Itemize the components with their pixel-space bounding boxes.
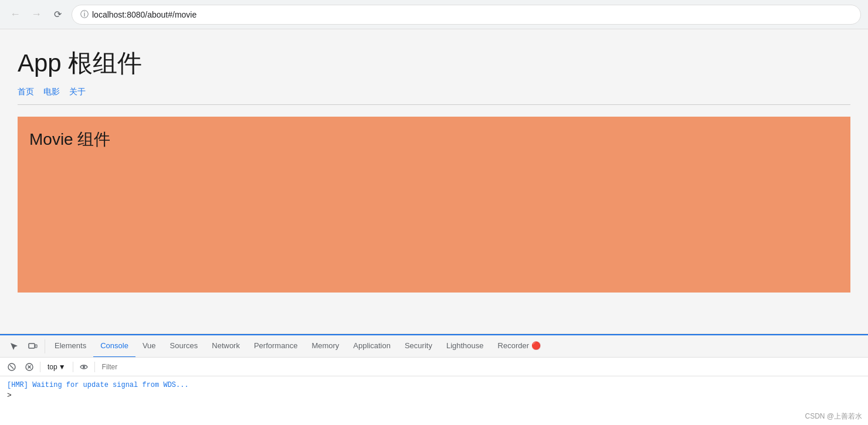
eye-icon — [80, 363, 88, 371]
info-icon: ⓘ — [80, 9, 89, 20]
tabs-separator — [45, 339, 45, 353]
console-toolbar: top ▼ — [0, 358, 868, 376]
toolbar-divider-2 — [73, 362, 73, 372]
tab-application[interactable]: Application — [346, 335, 398, 358]
console-output: [HMR] Waiting for update signal from WDS… — [0, 376, 868, 409]
toolbar-divider — [40, 362, 40, 372]
device-toggle-button[interactable] — [23, 337, 42, 356]
tab-elements[interactable]: Elements — [48, 335, 93, 358]
nav-links: 首页 电影 关于 — [18, 87, 850, 105]
context-selector[interactable]: top ▼ — [44, 362, 69, 372]
tab-vue[interactable]: Vue — [135, 335, 163, 358]
toolbar-divider-3 — [94, 362, 95, 372]
context-label: top — [48, 363, 57, 371]
svg-rect-0 — [29, 344, 35, 348]
clear-console-button[interactable] — [5, 360, 19, 374]
movie-component: Movie 组件 — [18, 117, 850, 293]
cursor-icon — [9, 342, 19, 351]
reload-button[interactable]: ⟳ — [49, 6, 66, 23]
csdn-watermark: CSDN @上善若水 — [805, 412, 862, 421]
devtools-tabs-bar: Elements Console Vue Sources Network Per… — [0, 335, 868, 358]
tab-console[interactable]: Console — [93, 335, 135, 358]
cursor-icon-button[interactable] — [5, 337, 23, 356]
page-content: App 根组件 首页 电影 关于 Movie 组件 — [0, 29, 868, 334]
stop-icon — [25, 363, 33, 371]
clear-icon — [8, 363, 16, 371]
tab-sources[interactable]: Sources — [163, 335, 205, 358]
nav-link-home[interactable]: 首页 — [18, 87, 34, 97]
filter-input[interactable] — [99, 362, 863, 372]
tab-performance[interactable]: Performance — [247, 335, 304, 358]
address-bar[interactable]: ⓘ localhost:8080/about#/movie — [72, 5, 861, 25]
svg-point-7 — [83, 366, 85, 368]
url-text: localhost:8080/about#/movie — [92, 10, 196, 19]
devtools-panel: Elements Console Vue Sources Network Per… — [0, 334, 868, 425]
nav-link-movie[interactable]: 电影 — [43, 87, 60, 97]
tab-memory[interactable]: Memory — [304, 335, 346, 358]
tab-security[interactable]: Security — [398, 335, 439, 358]
back-button[interactable]: ← — [7, 6, 23, 23]
stop-messages-button[interactable] — [22, 360, 36, 374]
movie-component-title: Movie 组件 — [29, 130, 110, 148]
browser-chrome: ← → ⟳ ⓘ localhost:8080/about#/movie — [0, 0, 868, 29]
console-prompt[interactable]: > — [7, 391, 861, 400]
eye-button[interactable] — [77, 360, 91, 374]
tab-network[interactable]: Network — [205, 335, 247, 358]
page-title: App 根组件 — [18, 47, 850, 80]
forward-button[interactable]: → — [28, 6, 45, 23]
device-icon — [28, 342, 38, 351]
tab-lighthouse[interactable]: Lighthouse — [439, 335, 491, 358]
nav-link-about[interactable]: 关于 — [69, 87, 86, 97]
svg-line-3 — [10, 365, 13, 369]
nav-buttons: ← → ⟳ — [7, 6, 66, 23]
tab-recorder[interactable]: Recorder 🔴 — [491, 335, 548, 358]
chevron-down-icon: ▼ — [59, 363, 66, 371]
console-line-hmr: [HMR] Waiting for update signal from WDS… — [7, 380, 861, 391]
svg-rect-1 — [35, 345, 37, 348]
